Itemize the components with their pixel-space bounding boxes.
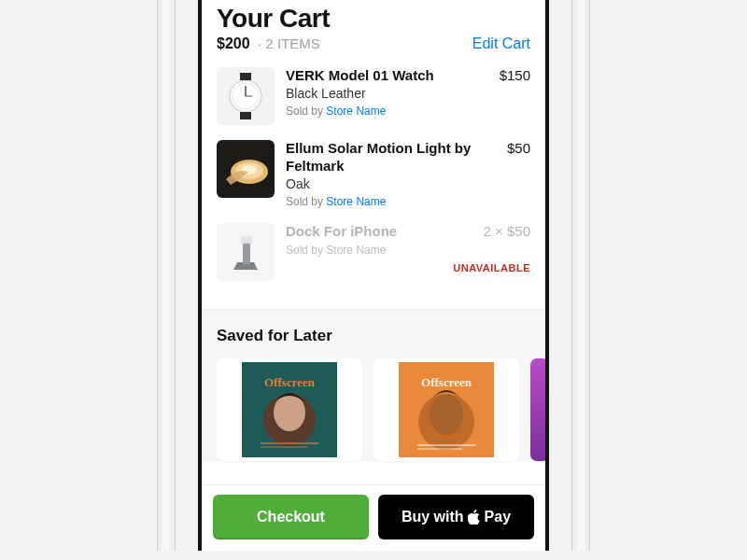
item-thumbnail bbox=[217, 223, 275, 281]
magazine-cover-icon: Offscreen bbox=[399, 362, 494, 457]
edit-cart-button[interactable]: Edit Cart bbox=[472, 35, 530, 52]
apple-pay-prefix: Buy with bbox=[402, 509, 464, 525]
phone-bezel-right bbox=[571, 0, 590, 551]
scroll-area[interactable]: Your Cart $200 · 2 ITEMS Edit Cart bbox=[202, 0, 545, 484]
cart-total: $200 bbox=[217, 35, 250, 51]
cart-item[interactable]: Dock For iPhone 2 × $50 Sold by Store Na… bbox=[217, 223, 530, 281]
item-top-row: VERK Model 01 Watch $150 bbox=[286, 67, 530, 85]
item-thumbnail bbox=[217, 67, 275, 125]
store-link[interactable]: Store Name bbox=[326, 105, 386, 118]
svg-rect-24 bbox=[417, 444, 475, 446]
item-body: Dock For iPhone 2 × $50 Sold by Store Na… bbox=[286, 223, 530, 281]
cart-item[interactable]: VERK Model 01 Watch $150 Black Leather S… bbox=[217, 67, 530, 125]
item-price: $150 bbox=[500, 67, 530, 85]
checkout-button[interactable]: Checkout bbox=[213, 495, 369, 539]
cart-items-list: VERK Model 01 Watch $150 Black Leather S… bbox=[202, 62, 545, 309]
store-link[interactable]: Store Name bbox=[326, 195, 386, 208]
unavailable-badge: UNAVAILABLE bbox=[286, 262, 530, 273]
magazine-cover-icon: Offscreen bbox=[242, 362, 337, 457]
saved-carousel[interactable]: Offscreen Offscreen bbox=[217, 358, 530, 461]
svg-text:Offscreen: Offscreen bbox=[421, 375, 472, 389]
saved-section: Saved for Later Offscreen bbox=[202, 309, 545, 461]
svg-text:Offscreen: Offscreen bbox=[264, 375, 316, 389]
item-price: 2 × $50 bbox=[484, 223, 530, 241]
svg-point-22 bbox=[430, 394, 463, 435]
svg-rect-13 bbox=[241, 236, 252, 244]
watch-icon bbox=[217, 67, 275, 125]
saved-card[interactable]: Offscreen bbox=[374, 358, 519, 461]
saved-card[interactable]: Offscreen bbox=[217, 358, 362, 461]
svg-rect-19 bbox=[261, 446, 307, 448]
svg-rect-25 bbox=[417, 448, 462, 450]
item-body: Ellum Solar Motion Light by Feltmark $50… bbox=[286, 140, 530, 208]
bottom-bar: Checkout Buy with Pay bbox=[202, 484, 545, 551]
cart-header: Your Cart $200 · 2 ITEMS Edit Cart bbox=[202, 0, 545, 62]
cart-item[interactable]: Ellum Solar Motion Light by Feltmark $50… bbox=[217, 140, 530, 208]
item-seller: Sold by Store Name bbox=[286, 105, 530, 118]
item-body: VERK Model 01 Watch $150 Black Leather S… bbox=[286, 67, 530, 125]
saved-card-peek[interactable] bbox=[530, 358, 545, 461]
app-screen: Your Cart $200 · 2 ITEMS Edit Cart bbox=[198, 0, 549, 551]
apple-pay-button[interactable]: Buy with Pay bbox=[378, 495, 534, 539]
light-icon bbox=[217, 140, 275, 198]
item-variant: Oak bbox=[286, 176, 530, 191]
item-top-row: Ellum Solar Motion Light by Feltmark $50 bbox=[286, 140, 530, 175]
svg-rect-6 bbox=[240, 112, 251, 119]
cart-summary-row: $200 · 2 ITEMS Edit Cart bbox=[217, 35, 530, 52]
item-name: Ellum Solar Motion Light by Feltmark bbox=[286, 140, 500, 175]
dock-icon bbox=[217, 223, 275, 281]
item-price: $50 bbox=[507, 140, 530, 175]
store-link: Store Name bbox=[326, 244, 386, 257]
saved-title: Saved for Later bbox=[217, 327, 530, 345]
apple-pay-suffix: Pay bbox=[485, 509, 511, 525]
phone-bezel-left bbox=[157, 0, 176, 551]
item-top-row: Dock For iPhone 2 × $50 bbox=[286, 223, 530, 241]
cart-item-count: · 2 ITEMS bbox=[258, 35, 320, 51]
svg-point-16 bbox=[274, 394, 305, 431]
item-name: VERK Model 01 Watch bbox=[286, 67, 434, 85]
phone-frame: Your Cart $200 · 2 ITEMS Edit Cart bbox=[179, 0, 568, 551]
svg-rect-5 bbox=[240, 73, 251, 80]
item-seller: Sold by Store Name bbox=[286, 244, 530, 257]
cart-summary-left: $200 · 2 ITEMS bbox=[217, 35, 320, 52]
item-thumbnail bbox=[217, 140, 275, 198]
item-variant: Black Leather bbox=[286, 86, 530, 101]
page-title: Your Cart bbox=[217, 4, 530, 34]
svg-rect-18 bbox=[261, 442, 318, 444]
item-seller: Sold by Store Name bbox=[286, 195, 530, 208]
item-name: Dock For iPhone bbox=[286, 223, 397, 241]
apple-logo-icon bbox=[468, 510, 481, 525]
